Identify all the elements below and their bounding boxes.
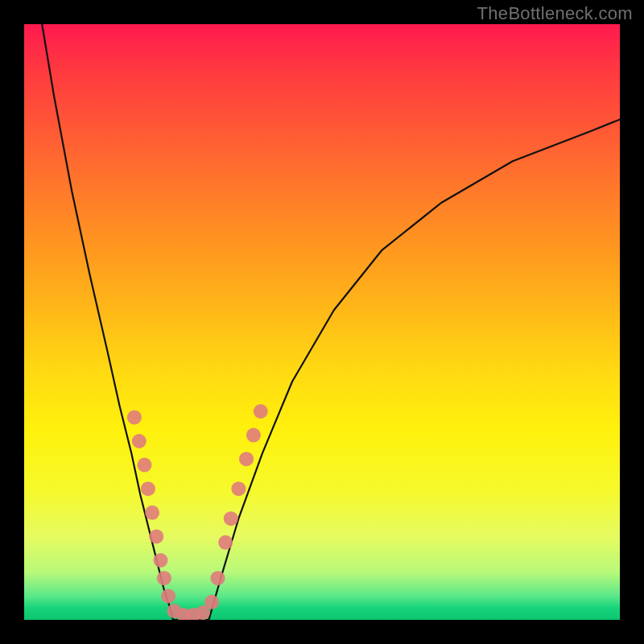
marker-point — [246, 428, 261, 443]
marker-point — [231, 481, 246, 496]
marker-point — [239, 452, 254, 466]
marker-point — [141, 481, 155, 496]
marker-point — [254, 404, 268, 419]
marker-point — [161, 588, 175, 603]
marker-point — [149, 529, 163, 543]
marker-point — [204, 595, 219, 609]
watermark-text: TheBottleneck.com — [477, 3, 633, 24]
marker-point — [157, 571, 171, 585]
marker-point — [218, 535, 233, 550]
marker-point — [153, 553, 167, 568]
marker-point — [224, 511, 238, 526]
marker-point — [127, 410, 142, 424]
marker-point — [132, 434, 147, 448]
chart-overlay — [24, 24, 620, 620]
marker-point — [211, 571, 225, 585]
curve-right-branch — [208, 119, 620, 620]
chart-stage: TheBottleneck.com — [0, 0, 644, 644]
marker-cluster — [127, 404, 268, 620]
marker-point — [145, 506, 159, 520]
marker-point — [137, 458, 151, 473]
plot-area — [24, 24, 620, 620]
